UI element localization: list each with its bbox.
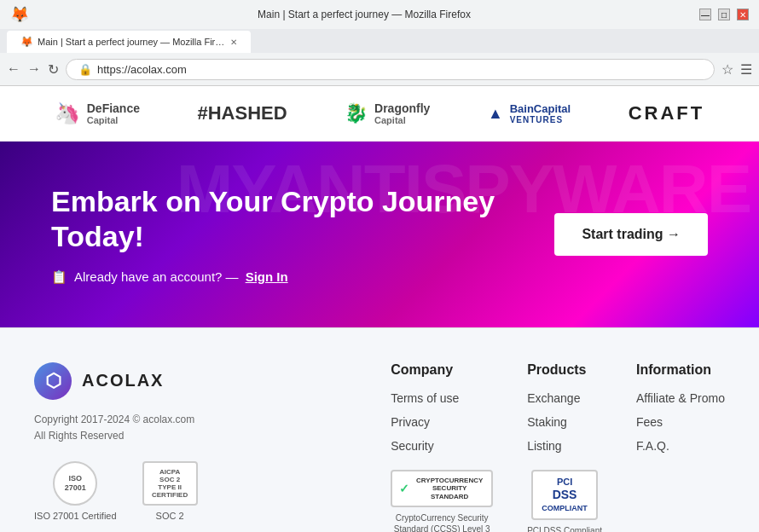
link-exchange[interactable]: Exchange — [527, 391, 602, 405]
partner-defiance: 🦄 DeFiance Capital — [55, 101, 140, 125]
address-bar: ← → ↻ 🔒 https://acolax.com ☆ ☰ — [0, 53, 759, 85]
close-button[interactable]: ✕ — [737, 9, 749, 20]
window-buttons[interactable]: — □ ✕ — [699, 9, 749, 20]
dragonfly-name: Dragonfly — [374, 101, 430, 115]
active-tab[interactable]: 🦊 Main | Start a perfect journey — Mozil… — [7, 31, 251, 53]
footer-col-information: Information Affiliate & Promo Fees F.A.Q… — [636, 362, 725, 532]
footer-brand-name: ACOLAX — [82, 371, 164, 390]
footer-certs: ISO27001 ISO 27001 Certified AICPASOC 2T… — [34, 461, 256, 521]
browser-chrome: 🦊 Main | Start a perfect journey — Mozil… — [0, 0, 759, 86]
ccss-check-icon: ✓ — [399, 482, 409, 495]
signin-link[interactable]: Sign In — [246, 269, 288, 284]
footer: ⬡ ACOLAX Copyright 2017-2024 © acolax.co… — [0, 327, 759, 532]
bain-name: BainCapital — [510, 102, 571, 115]
window-title: Main | Start a perfect journey — Mozilla… — [29, 9, 699, 20]
iso-cert: ISO27001 ISO 27001 Certified — [34, 461, 117, 521]
link-security[interactable]: Security — [391, 439, 493, 453]
url-bar[interactable]: 🔒 https://acolax.com — [66, 59, 715, 80]
link-listing[interactable]: Listing — [527, 439, 602, 453]
bain-sub: VENTURES — [510, 115, 571, 124]
signin-icon: 📋 — [51, 269, 67, 285]
menu-icon[interactable]: ☰ — [740, 61, 752, 78]
maximize-button[interactable]: □ — [718, 9, 730, 20]
hero-right: Start trading → — [554, 213, 708, 256]
dragonfly-sub: Capital — [374, 115, 430, 125]
tab-title: Main | Start a perfect journey — Mozilla… — [38, 37, 225, 47]
ccss-badge: ✓ CRYPTOCURRENCYSECURITY STANDARD — [391, 470, 493, 508]
link-privacy[interactable]: Privacy — [391, 415, 493, 429]
tab-bar: 🦊 Main | Start a perfect journey — Mozil… — [0, 29, 759, 53]
partner-baincapital: ▲ BainCapital VENTURES — [488, 102, 571, 124]
products-col-title: Products — [527, 362, 602, 378]
hashed-name: #HASHED — [197, 102, 287, 124]
hero-left: Embark on Your Crypto Journey Today! 📋 A… — [51, 184, 554, 285]
pci-label: PCI DSS Compliant — [527, 525, 602, 532]
soc2-label: SOC 2 — [156, 511, 184, 521]
partners-bar: 🦄 DeFiance Capital #HASHED 🐉 Dragonfly C… — [0, 86, 759, 142]
footer-col-products: Products Exchange Staking Listing PCIDSS… — [527, 362, 602, 532]
link-faq[interactable]: F.A.Q. — [636, 439, 725, 453]
pci-cert: PCIDSSCOMPLIANT PCI DSS Compliant — [527, 470, 602, 532]
partner-hashed: #HASHED — [197, 102, 287, 124]
ccss-text: CRYPTOCURRENCYSECURITY STANDARD — [414, 477, 484, 501]
soc2-badge: AICPASOC 2TYPE IICERTIFIED — [142, 461, 198, 506]
ccss-cert: ✓ CRYPTOCURRENCYSECURITY STANDARD Crypto… — [391, 470, 493, 532]
link-fees[interactable]: Fees — [636, 415, 725, 429]
tab-close-icon[interactable]: ✕ — [230, 38, 237, 47]
hero-signin: 📋 Already have an account? — Sign In — [51, 269, 554, 285]
link-terms[interactable]: Terms of use — [391, 391, 493, 405]
company-col-title: Company — [391, 362, 493, 378]
reload-button[interactable]: ↻ — [48, 61, 59, 78]
footer-brand: ⬡ ACOLAX — [34, 362, 256, 400]
tab-favicon: 🦊 — [20, 36, 32, 48]
defiance-name: DeFiance — [87, 101, 140, 115]
footer-columns: Company Terms of use Privacy Security ✓ … — [290, 362, 725, 532]
titlebar: 🦊 Main | Start a perfect journey — Mozil… — [0, 0, 759, 29]
start-trading-button[interactable]: Start trading → — [554, 213, 708, 256]
minimize-button[interactable]: — — [699, 9, 711, 20]
forward-button[interactable]: → — [27, 61, 41, 77]
craft-name: CRAFT — [629, 102, 705, 124]
footer-left: ⬡ ACOLAX Copyright 2017-2024 © acolax.co… — [34, 362, 256, 532]
partner-dragonfly: 🐉 Dragonfly Capital — [345, 101, 430, 125]
page-content: 🦄 DeFiance Capital #HASHED 🐉 Dragonfly C… — [0, 86, 759, 532]
pci-badge: PCIDSSCOMPLIANT — [531, 470, 598, 520]
hero-title: Embark on Your Crypto Journey Today! — [51, 184, 554, 254]
link-staking[interactable]: Staking — [527, 415, 602, 429]
information-col-title: Information — [636, 362, 725, 378]
footer-col-company: Company Terms of use Privacy Security ✓ … — [391, 362, 493, 532]
iso-badge: ISO27001 — [53, 461, 97, 506]
security-certs: ✓ CRYPTOCURRENCYSECURITY STANDARD Crypto… — [391, 470, 493, 532]
signin-text: Already have an account? — — [74, 269, 239, 284]
lock-icon: 🔒 — [78, 63, 92, 76]
pci-certs: PCIDSSCOMPLIANT PCI DSS Compliant — [527, 470, 602, 532]
iso-label: ISO 27001 Certified — [34, 511, 117, 521]
footer-logo-icon: ⬡ — [34, 362, 72, 400]
ccss-label: CryptoCurrency SecurityStandard (CCSS) L… — [394, 512, 490, 532]
dragonfly-icon: 🐉 — [345, 102, 368, 124]
soc2-cert: AICPASOC 2TYPE IICERTIFIED SOC 2 — [142, 461, 198, 521]
defiance-sub: Capital — [87, 115, 140, 125]
link-affiliate[interactable]: Affiliate & Promo — [636, 391, 725, 405]
footer-copyright: Copyright 2017-2024 © acolax.com All Rig… — [34, 412, 256, 444]
partner-craft: CRAFT — [629, 102, 705, 124]
defiance-icon: 🦄 — [55, 101, 80, 125]
bain-icon: ▲ — [488, 105, 503, 123]
back-button[interactable]: ← — [7, 61, 20, 77]
window-controls[interactable]: 🦊 — [10, 5, 29, 24]
bookmark-icon[interactable]: ☆ — [721, 61, 733, 78]
url-text: https://acolax.com — [97, 63, 187, 76]
hero-banner: MYANTISPYWARE Embark on Your Crypto Jour… — [0, 142, 759, 327]
